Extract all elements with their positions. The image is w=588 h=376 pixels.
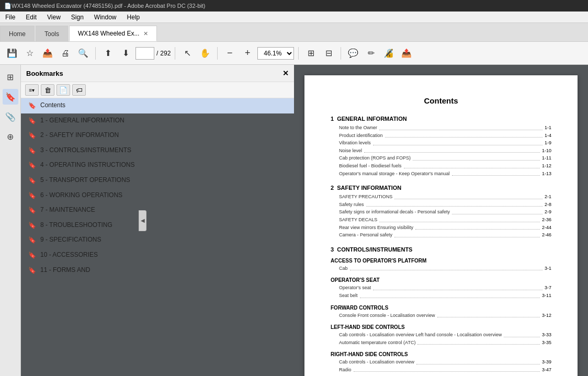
fit-width-button[interactable]: ⊟ [321, 45, 336, 61]
separator-3 [217, 47, 218, 60]
bookmark-label-2: 2 - SAFETY INFORMATION [40, 131, 289, 140]
bookmark-label-6: 6 - WORKING OPERATIONS [40, 191, 289, 200]
toc-entry: Note to the Owner1-1 [331, 124, 551, 132]
left-panel: Bookmarks ✕ ≡▾ 🗑 📄 🏷 🔖 Contents 🔖 1 - GE… [21, 65, 294, 376]
tag-bookmark-button[interactable]: 🏷 [72, 84, 86, 96]
bookmark-icon-9: 🔖 [28, 236, 36, 245]
bookmark-item-10[interactable]: 🔖 10 - ACCESSORIES [21, 248, 294, 263]
toc-entry: Operator's manual storage - Keep Operato… [331, 170, 551, 178]
toc-entry: Cab protection (ROPS and FOPS)1-11 [331, 154, 551, 162]
next-page-button[interactable]: ⬇ [118, 45, 133, 61]
separator-1 [95, 47, 96, 60]
toc-entry: Cab controls - Localisation overview Lef… [331, 331, 551, 339]
bookmark-item-6[interactable]: 🔖 6 - WORKING OPERATIONS [21, 188, 294, 203]
bookmark-label-contents: Contents [40, 101, 289, 110]
bookmark-button[interactable]: ☆ [22, 45, 38, 61]
toc-entry: SAFETY DECALS2-36 [331, 216, 551, 224]
section-header-3: 3 CONTROLS/INSTRUMENTS [331, 246, 551, 253]
bookmark-item-4[interactable]: 🔖 4 - OPERATING INSTRUCTIONS [21, 158, 294, 173]
toc-entry: Noise level1-10 [331, 147, 551, 155]
bookmark-icon-4: 🔖 [28, 162, 36, 170]
separator-4 [298, 47, 299, 60]
tab-tools-label: Tools [44, 30, 59, 38]
close-panel-icon[interactable]: ✕ [282, 69, 289, 77]
add-bookmark-button[interactable]: 📄 [56, 84, 70, 96]
toolbar: 💾 ☆ 📤 🖨 🔍 ⬆ ⬇ 2 / 292 ↖ ✋ − + 46.1% 50% … [0, 42, 588, 65]
bookmark-item-1[interactable]: 🔖 1 - GENERAL INFORMATION [21, 113, 294, 129]
bookmark-label-7: 7 - MAINTENANCE [40, 206, 289, 214]
sidebar-icons: ⊞ 🔖 📎 ⊕ [0, 65, 21, 376]
zoom-select[interactable]: 46.1% 50% 75% 100% [257, 47, 294, 60]
tabbar: Home Tools WX148 Wheeled Ex... ✕ [0, 23, 588, 42]
bookmark-item-11[interactable]: 🔖 11 - FORMS AND [21, 263, 294, 278]
tab-document[interactable]: WX148 Wheeled Ex... ✕ [69, 26, 157, 41]
toc-entry: Product identification1-4 [331, 132, 551, 140]
bookmark-icon-11: 🔖 [28, 267, 36, 275]
toc-entry: Automatic temperature control (ATC)3-35 [331, 339, 551, 347]
bookmark-item-3[interactable]: 🔖 3 - CONTROLS/INSTRUMENTS [21, 143, 294, 158]
titlebar-title: WX148 Wheeled Excavator (47485156).pdf -… [12, 3, 206, 9]
attach-button[interactable]: 📤 [40, 45, 55, 61]
page-input[interactable]: 2 [135, 47, 154, 60]
more-button[interactable]: 📤 [399, 45, 414, 61]
menu-help[interactable]: Help [122, 13, 145, 22]
bookmark-label-10: 10 - ACCESSORIES [40, 251, 289, 259]
bookmark-label-5: 5 - TRANSPORT OPERATIONS [40, 176, 289, 185]
bookmark-label-4: 4 - OPERATING INSTRUCTIONS [40, 161, 289, 169]
bookmark-icon-2: 🔖 [28, 132, 36, 140]
fit-button[interactable]: ⊞ [303, 45, 319, 61]
layers-icon-btn[interactable]: ⊕ [3, 129, 18, 144]
bookmark-item-8[interactable]: 🔖 8 - TROUBLESHOOTING [21, 218, 294, 233]
zoom-in-button[interactable]: + [240, 45, 255, 61]
bookmark-label-8: 8 - TROUBLESHOOTING [40, 221, 289, 230]
toc-entry: Biodiesel fuel - Biodiesel fuels1-12 [331, 162, 551, 170]
attachments-icon-btn[interactable]: 📎 [3, 109, 18, 124]
comment-button[interactable]: 💬 [345, 45, 361, 61]
bookmark-item-7[interactable]: 🔖 7 - MAINTENANCE [21, 203, 294, 218]
toc-entry: Camera - Personal safety2-46 [331, 231, 551, 239]
tab-home[interactable]: Home [0, 26, 35, 41]
delete-bookmark-button[interactable]: 🗑 [41, 84, 54, 96]
stamp-button[interactable]: 🔏 [381, 45, 397, 61]
menu-edit[interactable]: Edit [20, 13, 42, 22]
menu-sign[interactable]: Sign [66, 13, 89, 22]
bookmark-label-1: 1 - GENERAL INFORMATION [40, 117, 289, 125]
toc-entry: Console Front console - Localisation ove… [331, 312, 551, 320]
bookmark-icon-1: 🔖 [28, 117, 36, 126]
zoom-out-button[interactable]: − [222, 45, 238, 61]
pages-icon-btn[interactable]: ⊞ [3, 69, 18, 85]
toc-entry: SAFETY PRECAUTIONS2-1 [331, 193, 551, 201]
prev-page-button[interactable]: ⬆ [100, 45, 116, 61]
contents-title: Contents [331, 96, 551, 105]
subsection-header: ACCESS TO OPERATOR'S PLATFORM [331, 258, 551, 264]
tab-close-button[interactable]: ✕ [143, 30, 148, 37]
tab-document-label: WX148 Wheeled Ex... [78, 30, 139, 37]
menu-view[interactable]: View [42, 13, 66, 22]
print-button[interactable]: 🖨 [58, 45, 73, 61]
bookmark-item-contents[interactable]: 🔖 Contents [21, 98, 294, 113]
bookmark-item-5[interactable]: 🔖 5 - TRANSPORT OPERATIONS [21, 173, 294, 188]
section-header-1: 1 GENERAL INFORMATION [331, 116, 551, 122]
toc-entry: Safety signs or informational decals - P… [331, 208, 551, 216]
collapse-panel-button[interactable]: ◀ [139, 210, 146, 231]
pen-button[interactable]: ✏ [363, 45, 379, 61]
subsection-header: FORWARD CONTROLS [331, 305, 551, 311]
expand-bookmarks-button[interactable]: ≡▾ [25, 84, 39, 96]
bookmark-icon-3: 🔖 [28, 147, 36, 155]
tab-tools[interactable]: Tools [36, 26, 68, 41]
document-area: Contents 1 GENERAL INFORMATION Note to t… [294, 65, 588, 376]
bookmarks-icon-btn[interactable]: 🔖 [3, 89, 18, 105]
save-button[interactable]: 💾 [4, 45, 20, 61]
menu-window[interactable]: Window [89, 13, 122, 22]
cursor-tool-button[interactable]: ↖ [179, 45, 195, 61]
bookmark-item-9[interactable]: 🔖 9 - SPECIFICATIONS [21, 233, 294, 248]
separator-5 [341, 47, 341, 60]
bookmark-icon-6: 🔖 [28, 192, 36, 200]
page-separator: / [156, 50, 158, 57]
search-button[interactable]: 🔍 [75, 45, 91, 61]
menu-file[interactable]: File [0, 13, 20, 22]
bookmark-icon-7: 🔖 [28, 207, 36, 215]
pan-tool-button[interactable]: ✋ [197, 45, 213, 61]
bookmarks-header: Bookmarks ✕ [21, 65, 294, 82]
bookmark-item-2[interactable]: 🔖 2 - SAFETY INFORMATION [21, 128, 294, 143]
